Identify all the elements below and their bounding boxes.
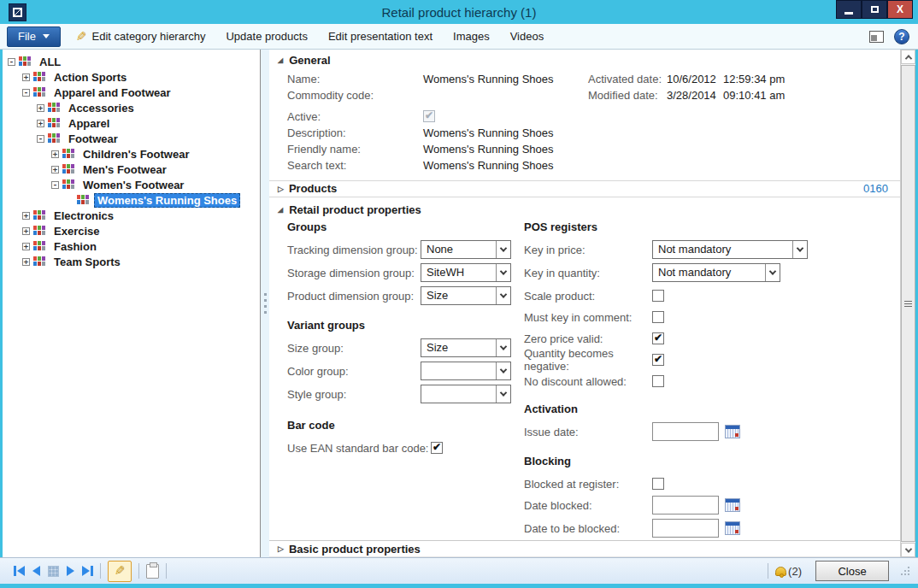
tree-expander[interactable]: + (22, 227, 30, 235)
notification-count: (2) (788, 565, 802, 578)
menu-item-edit-category-hierarchy[interactable]: Edit category hierarchy (92, 30, 206, 43)
tree-item-team-sports[interactable]: +Team Sports (3, 254, 260, 269)
category-icon (33, 210, 46, 221)
category-icon (62, 164, 75, 175)
date-to-be-blocked-input[interactable] (652, 519, 719, 538)
tree-expander[interactable]: + (51, 166, 59, 173)
maximize-button[interactable] (862, 0, 887, 19)
date-blocked-input[interactable] (652, 496, 719, 514)
category-icon (33, 241, 46, 252)
chevron-down-icon[interactable] (792, 241, 807, 258)
size-group-combo[interactable]: Size (421, 338, 511, 357)
next-record-button[interactable] (67, 566, 74, 576)
tree-item-label: Womens's Running Shoes (94, 193, 240, 208)
key-in-quantity-combo[interactable]: Not mandatory (652, 263, 780, 282)
notification-bell-icon[interactable] (775, 567, 786, 576)
chevron-down-icon[interactable] (496, 241, 510, 258)
products-count-link[interactable]: 0160 (863, 182, 888, 195)
menu-item-images[interactable]: Images (453, 30, 490, 43)
blocked-at-register-checkbox[interactable] (652, 478, 664, 490)
issue-date-input[interactable] (652, 422, 719, 441)
quantity-becomes-negative-checkbox[interactable] (652, 354, 664, 366)
section-title: Retail product properties (289, 203, 421, 216)
tree-expander[interactable]: + (37, 120, 44, 127)
storage-dimension-combo[interactable]: SiteWH (421, 263, 511, 282)
scroll-down-button[interactable] (901, 543, 915, 557)
tree-expander[interactable]: + (51, 150, 59, 158)
chevron-down-icon[interactable] (496, 385, 510, 403)
menu-item-videos[interactable]: Videos (510, 30, 544, 43)
chevron-down-icon[interactable] (765, 264, 780, 281)
scale-product-checkbox[interactable] (652, 290, 664, 302)
pane-splitter[interactable] (260, 50, 269, 557)
chevron-down-icon[interactable] (496, 362, 510, 379)
scroll-up-button[interactable] (901, 50, 915, 64)
style-group-combo[interactable] (421, 385, 511, 403)
tree-item-action-sports[interactable]: +Action Sports (3, 69, 260, 85)
color-group-combo[interactable] (421, 362, 511, 380)
tree-item-label: Apparel (65, 116, 113, 131)
section-header-general[interactable]: ◢ General (269, 53, 900, 68)
pos-registers-heading: POS registers (524, 220, 883, 236)
tree-item-womens-running-shoes[interactable]: Womens's Running Shoes (3, 192, 260, 208)
section-header-retail-properties[interactable]: ◢ Retail product properties (269, 203, 900, 218)
chevron-down-icon[interactable] (496, 264, 510, 281)
file-menu-label: File (18, 30, 36, 43)
date-to-be-blocked-label: Date to be blocked: (524, 522, 652, 535)
edit-mode-button[interactable]: ✎ (108, 561, 132, 582)
ean-barcode-checkbox[interactable] (431, 442, 443, 454)
tree-expander[interactable]: + (22, 243, 30, 250)
close-button[interactable]: Close (815, 561, 889, 581)
blocking-heading: Blocking (524, 455, 883, 470)
tree-expander[interactable]: - (37, 135, 44, 143)
close-window-button[interactable]: X (887, 0, 913, 19)
tree-item-exercise[interactable]: +Exercise (3, 223, 260, 238)
window-layout-icon[interactable] (869, 31, 884, 43)
tree-expander[interactable]: + (22, 212, 30, 220)
clipboard-icon[interactable] (146, 564, 159, 579)
last-record-button[interactable] (82, 566, 93, 576)
tracking-dimension-combo[interactable]: None (421, 240, 511, 259)
tree-item-womens-footwear[interactable]: -Women's Footwear (3, 177, 260, 192)
zero-price-valid-checkbox[interactable] (652, 332, 664, 344)
calendar-icon[interactable] (725, 498, 740, 512)
tree-expander[interactable]: - (22, 89, 30, 97)
tree-item-mens-footwear[interactable]: +Men's Footwear (3, 162, 260, 177)
resize-grip[interactable] (901, 567, 909, 575)
calendar-icon[interactable] (725, 425, 740, 438)
tree-item-label: Exercise (50, 224, 103, 238)
menu-item-update-products[interactable]: Update products (226, 30, 307, 43)
chevron-down-icon[interactable] (496, 287, 510, 304)
tree-item-apparel-and-footwear[interactable]: -Apparel and Footwear (3, 85, 260, 100)
tree-expander[interactable]: + (22, 74, 30, 81)
tree-item-electronics[interactable]: +Electronics (3, 208, 260, 223)
tree-item-childrens-footwear[interactable]: +Children's Footwear (3, 146, 260, 162)
file-menu-button[interactable]: File (7, 26, 61, 47)
grid-view-icon[interactable] (48, 566, 59, 577)
minimize-button[interactable] (836, 0, 862, 19)
calendar-icon[interactable] (725, 521, 740, 535)
tree-expander[interactable]: + (22, 258, 30, 266)
tree-expander[interactable]: - (8, 58, 15, 66)
must-key-in-comment-checkbox[interactable] (652, 311, 664, 323)
friendly-name-label: Friendly name: (287, 143, 423, 156)
tree-item-footwear[interactable]: -Footwear (3, 131, 260, 146)
tree-item-accessories[interactable]: +Accessories (3, 100, 260, 115)
vertical-scrollbar[interactable] (900, 50, 915, 557)
tree-expander[interactable]: - (51, 181, 59, 189)
menu-item-edit-presentation-text[interactable]: Edit presentation text (328, 30, 433, 43)
section-header-basic-properties[interactable]: ▷ Basic product properties (269, 540, 900, 557)
chevron-down-icon[interactable] (496, 339, 510, 356)
key-in-price-combo[interactable]: Not mandatory (652, 240, 808, 259)
tree-expander[interactable]: + (37, 104, 44, 112)
scrollbar-thumb[interactable] (901, 65, 915, 542)
section-header-products[interactable]: ▷ Products 0160 (269, 180, 900, 197)
tree-item-apparel[interactable]: +Apparel (3, 115, 260, 131)
previous-record-button[interactable] (32, 566, 40, 576)
tree-item-all[interactable]: -ALL (3, 54, 260, 69)
no-discount-allowed-checkbox[interactable] (652, 375, 664, 387)
help-icon[interactable]: ? (894, 29, 909, 44)
tree-item-fashion[interactable]: +Fashion (3, 238, 260, 254)
first-record-button[interactable] (14, 566, 25, 576)
product-dimension-combo[interactable]: Size (421, 286, 511, 305)
